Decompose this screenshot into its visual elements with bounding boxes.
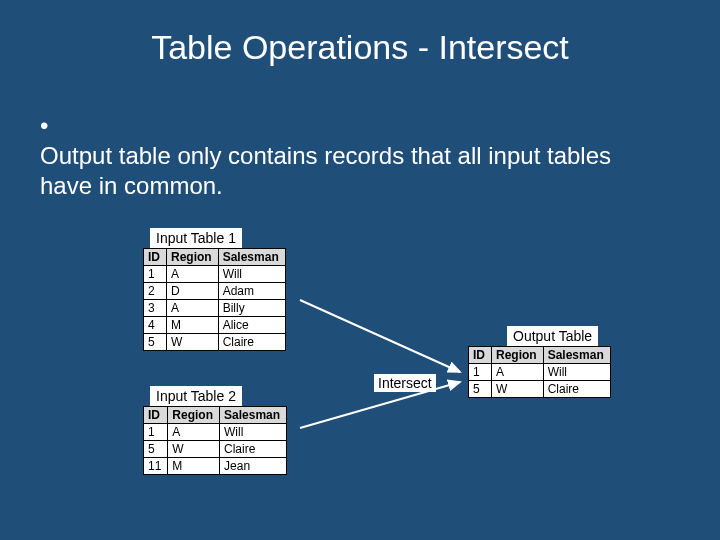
col-region: Region (167, 249, 219, 266)
slide-title: Table Operations - Intersect (0, 0, 720, 67)
table-row: 2DAdam (144, 283, 286, 300)
input-table-2: ID Region Salesman 1AWill 5WClaire 11MJe… (143, 406, 287, 475)
col-region: Region (492, 347, 544, 364)
col-id: ID (144, 407, 168, 424)
col-salesman: Salesman (543, 347, 610, 364)
input-table-1-label: Input Table 1 (150, 228, 242, 248)
table-row: 1AWill (144, 266, 286, 283)
table-row: 3ABilly (144, 300, 286, 317)
output-table-label: Output Table (507, 326, 598, 346)
bullet-text: Output table only contains records that … (40, 141, 660, 201)
table-row: 5WClaire (144, 441, 287, 458)
table-row: 5WClaire (144, 334, 286, 351)
col-id: ID (469, 347, 492, 364)
svg-line-0 (300, 300, 460, 372)
table-row: 1AWill (144, 424, 287, 441)
input-table-2-label: Input Table 2 (150, 386, 242, 406)
table-row: 11MJean (144, 458, 287, 475)
col-id: ID (144, 249, 167, 266)
svg-line-1 (300, 382, 460, 428)
arrow-from-table2-icon (300, 380, 470, 440)
input-table-1: ID Region Salesman 1AWill 2DAdam 3ABilly… (143, 248, 286, 351)
col-salesman: Salesman (218, 249, 285, 266)
bullet-dot-icon: • (40, 111, 58, 141)
col-salesman: Salesman (220, 407, 287, 424)
bullet-item: • Output table only contains records tha… (0, 67, 720, 201)
output-table: ID Region Salesman 1AWill 5WClaire (468, 346, 611, 398)
col-region: Region (168, 407, 220, 424)
arrow-from-table1-icon (300, 300, 470, 390)
table-row: 1AWill (469, 364, 611, 381)
table-row: 4MAlice (144, 317, 286, 334)
table-row: 5WClaire (469, 381, 611, 398)
